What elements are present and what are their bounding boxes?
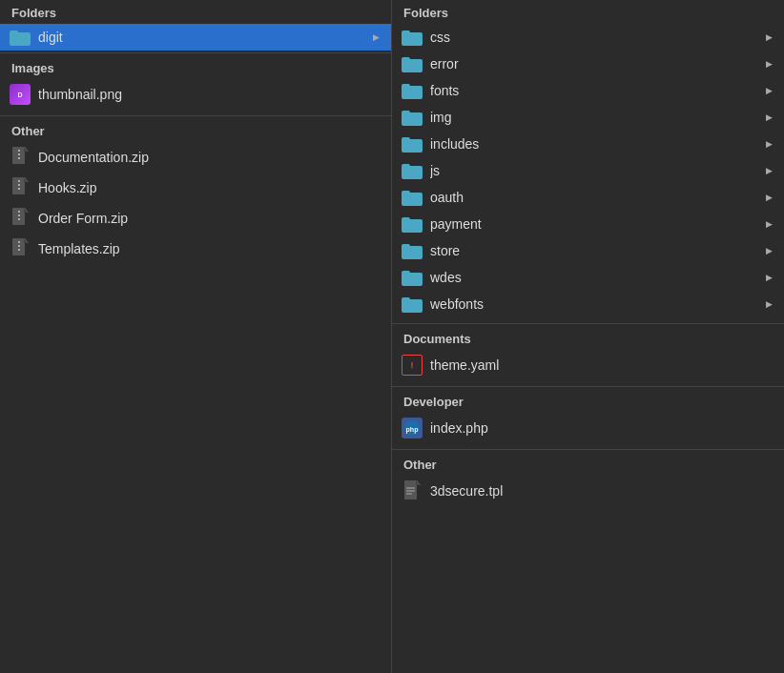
php-icon-shape: php — [402, 418, 423, 438]
file-item-3dsecure[interactable]: 3dsecure.tpl — [392, 476, 784, 506]
svg-text:php: php — [406, 426, 419, 434]
svg-rect-35 — [402, 137, 410, 142]
svg-rect-18 — [18, 214, 20, 216]
file-item-hooks[interactable]: Hooks.zip — [0, 173, 391, 203]
arrow-store — [763, 245, 774, 256]
folder-icon-js — [402, 162, 423, 179]
folder-item-store[interactable]: store — [392, 237, 784, 264]
documents-section: Documents ! theme.yaml — [392, 326, 784, 384]
svg-rect-5 — [18, 150, 20, 152]
left-folders-header: Folders — [0, 0, 391, 24]
folder-icon-img — [402, 109, 423, 126]
folder-icon-webfonts — [402, 296, 423, 313]
svg-rect-7 — [18, 157, 20, 159]
folder-item-webfonts[interactable]: webfonts — [392, 291, 784, 317]
arrow-payment — [763, 218, 774, 230]
svg-rect-33 — [402, 111, 410, 115]
images-section: Images D thumbnail.png — [0, 55, 391, 113]
left-panel: Folders digit Images D thumbnail.png Oth… — [0, 0, 392, 673]
svg-rect-19 — [18, 218, 20, 220]
arrow-webfonts — [763, 298, 774, 310]
folder-item-wdes[interactable]: wdes — [392, 264, 784, 291]
folder-name-store: store — [430, 243, 763, 258]
svg-marker-52 — [416, 480, 421, 485]
folder-name-error: error — [430, 56, 763, 71]
file-item-documentation[interactable]: Documentation.zip — [0, 142, 391, 173]
right-panel: Folders css error fonts — [392, 0, 784, 673]
zip-icon-orderform — [10, 208, 31, 229]
other-header-right: Other — [392, 452, 784, 476]
documents-header: Documents — [392, 326, 784, 350]
svg-rect-43 — [402, 244, 410, 249]
right-folders-list: css error fonts img — [392, 24, 784, 321]
other-section-left: Other Documentation.zip — [0, 118, 391, 268]
svg-rect-31 — [402, 84, 410, 89]
svg-marker-16 — [24, 208, 29, 213]
images-header: Images — [0, 55, 391, 79]
divider-right-2 — [392, 386, 784, 387]
arrow-includes — [763, 138, 774, 150]
svg-rect-45 — [402, 271, 410, 275]
divider-1 — [0, 52, 391, 53]
file-item-orderform[interactable]: Order Form.zip — [0, 203, 391, 234]
svg-rect-37 — [402, 164, 410, 169]
yaml-icon-shape: ! — [402, 355, 423, 376]
svg-rect-24 — [18, 245, 20, 247]
file-item-themeyaml[interactable]: ! theme.yaml — [392, 350, 784, 380]
folder-item-digit[interactable]: digit — [0, 24, 391, 51]
file-item-indexphp[interactable]: php index.php — [392, 413, 784, 443]
svg-rect-6 — [18, 153, 20, 155]
svg-rect-39 — [402, 191, 410, 195]
svg-rect-25 — [18, 249, 20, 251]
developer-section: Developer php index.php — [392, 389, 784, 447]
folder-item-includes[interactable]: includes — [392, 131, 784, 157]
folder-icon-fonts — [402, 82, 423, 99]
folder-item-oauth[interactable]: oauth — [392, 184, 784, 211]
other-section-right: Other 3dsecure.tpl — [392, 452, 784, 510]
folder-icon — [10, 29, 31, 46]
divider-right-3 — [392, 449, 784, 450]
folder-icon-store — [402, 242, 423, 259]
arrow-wdes — [763, 272, 774, 283]
arrow-css — [763, 31, 774, 43]
folder-item-js[interactable]: js — [392, 157, 784, 184]
folder-item-error[interactable]: error — [392, 51, 784, 77]
svg-marker-22 — [24, 238, 29, 243]
svg-rect-29 — [402, 57, 410, 62]
folder-name-img: img — [430, 110, 763, 125]
zip-icon-templates — [10, 238, 31, 259]
folder-item-payment[interactable]: payment — [392, 211, 784, 237]
arrow-img — [763, 112, 774, 123]
folder-icon-oauth — [402, 189, 423, 206]
folder-icon-error — [402, 55, 423, 72]
right-folders-header: Folders — [392, 0, 784, 24]
svg-marker-4 — [24, 147, 29, 152]
folder-name-js: js — [430, 163, 763, 178]
svg-marker-10 — [24, 177, 29, 182]
folder-icon-css — [402, 29, 423, 46]
folder-item-img[interactable]: img — [392, 104, 784, 131]
folder-item-css[interactable]: css — [392, 24, 784, 51]
folder-item-fonts[interactable]: fonts — [392, 77, 784, 104]
themeyaml-name: theme.yaml — [430, 357, 774, 373]
arrow-js — [763, 165, 774, 176]
file-item-templates[interactable]: Templates.zip — [0, 234, 391, 264]
svg-rect-41 — [402, 217, 410, 222]
hooks-name: Hooks.zip — [38, 180, 382, 195]
svg-rect-12 — [18, 184, 20, 186]
folder-name-oauth: oauth — [430, 190, 763, 205]
svg-rect-27 — [402, 31, 410, 35]
folder-icon-wdes — [402, 269, 423, 286]
divider-2 — [0, 115, 391, 116]
folder-name-css: css — [430, 30, 763, 45]
folder-name-digit: digit — [38, 30, 370, 45]
zip-icon-hooks — [10, 177, 31, 198]
arrow-fonts — [763, 85, 774, 96]
file-item-thumbnail[interactable]: D thumbnail.png — [0, 79, 391, 110]
arrow-oauth — [763, 192, 774, 203]
folder-name-fonts: fonts — [430, 83, 763, 98]
tpl-icon-3dsecure — [402, 480, 423, 501]
svg-rect-13 — [18, 188, 20, 190]
templates-name: Templates.zip — [38, 241, 382, 256]
php-icon-indexphp: php — [402, 418, 423, 438]
